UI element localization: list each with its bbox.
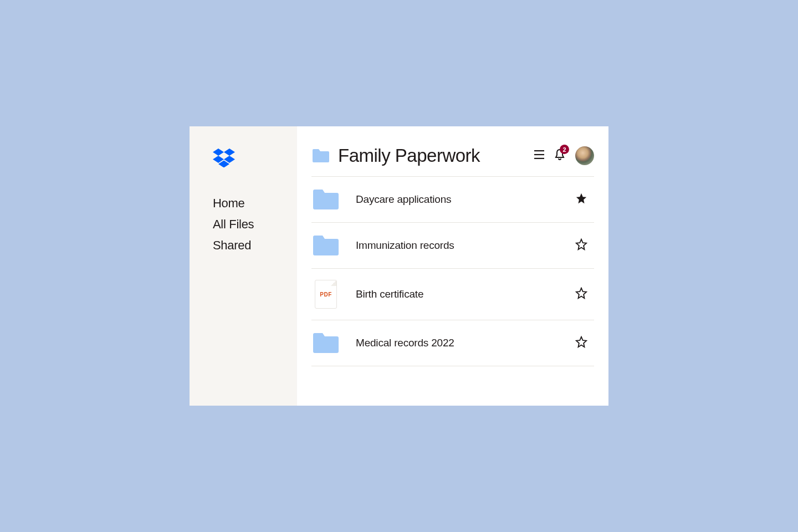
folder-icon (311, 148, 330, 163)
star-filled-icon (575, 192, 587, 204)
star-button[interactable] (573, 334, 590, 352)
page-title: Family Paperwork (338, 145, 526, 166)
file-list: Daycare applications Immunization record… (311, 176, 594, 366)
file-row[interactable]: Medical records 2022 (311, 320, 594, 366)
header: Family Paperwork 2 (311, 145, 594, 166)
svg-rect-1 (534, 154, 544, 155)
file-row[interactable]: Daycare applications (311, 177, 594, 223)
dropbox-icon (213, 149, 235, 167)
star-button[interactable] (573, 285, 590, 304)
file-name: Daycare applications (356, 193, 557, 206)
notification-badge: 2 (560, 145, 569, 154)
star-outline-icon (575, 336, 587, 348)
sidebar-item-home[interactable]: Home (213, 196, 297, 211)
dropbox-logo[interactable] (213, 149, 297, 170)
sidebar-item-shared[interactable]: Shared (213, 238, 297, 253)
pdf-label: PDF (320, 291, 332, 298)
star-button[interactable] (573, 190, 590, 209)
star-outline-icon (575, 238, 587, 250)
file-icon-wrap (311, 188, 340, 211)
header-actions: 2 (534, 146, 594, 165)
svg-rect-0 (534, 150, 544, 151)
main-content: Family Paperwork 2 (297, 126, 608, 406)
star-outline-icon (575, 287, 587, 299)
file-icon-wrap (311, 331, 340, 355)
folder-icon (311, 331, 340, 355)
star-button[interactable] (573, 236, 590, 255)
file-icon-wrap (311, 234, 340, 257)
file-name: Immunization records (356, 239, 557, 252)
file-name: Birth certificate (356, 288, 557, 300)
pdf-icon: PDF (315, 280, 337, 309)
hamburger-icon (534, 150, 544, 159)
notifications-button[interactable]: 2 (554, 149, 565, 163)
folder-icon (311, 234, 340, 257)
folder-icon (311, 188, 340, 211)
file-icon-wrap: PDF (311, 280, 340, 309)
sidebar: Home All Files Shared (190, 126, 297, 406)
sidebar-item-all-files[interactable]: All Files (213, 217, 297, 232)
app-window: Home All Files Shared Family Paperwork (190, 126, 608, 406)
file-name: Medical records 2022 (356, 337, 557, 349)
avatar[interactable] (575, 146, 594, 165)
menu-button[interactable] (534, 150, 544, 161)
file-row[interactable]: Immunization records (311, 223, 594, 269)
svg-rect-2 (534, 158, 544, 159)
file-row[interactable]: PDF Birth certificate (311, 269, 594, 320)
